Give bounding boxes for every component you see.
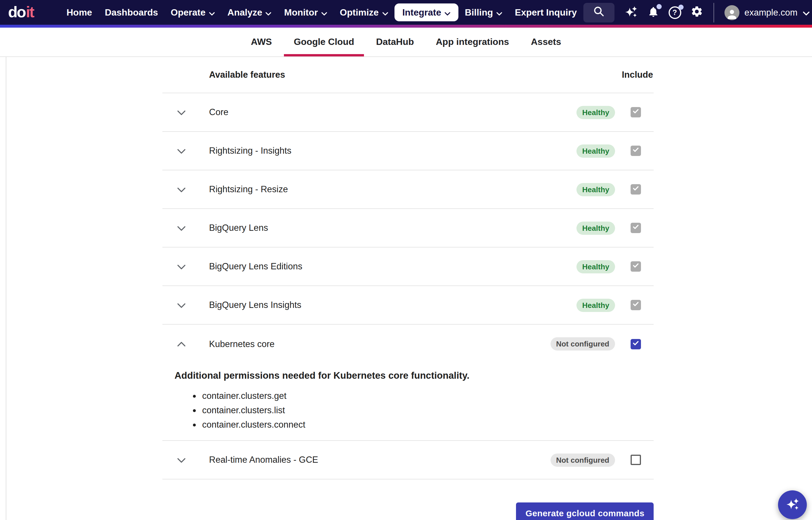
logo-text-it: it xyxy=(26,5,34,20)
permissions-list: container.clusters.get container.cluster… xyxy=(175,390,654,431)
nav-item-label: Optimize xyxy=(340,7,379,18)
collapse-button[interactable] xyxy=(175,337,188,351)
tab-assets[interactable]: Assets xyxy=(521,28,571,56)
chevron-down-icon xyxy=(177,108,185,116)
generate-gcloud-commands-button[interactable]: Generate gcloud commands xyxy=(516,502,654,520)
include-checkbox[interactable] xyxy=(631,261,641,272)
chevron-down-icon xyxy=(177,147,185,155)
expand-button[interactable] xyxy=(175,453,188,467)
feature-row-bigquery-lens-insights: BigQuery Lens Insights Healthy xyxy=(162,286,654,324)
settings-button[interactable] xyxy=(690,5,703,20)
nav-item-label: Integrate xyxy=(402,7,441,18)
feature-row-bigquery-lens: BigQuery Lens Healthy xyxy=(162,209,654,248)
integrations-tabbar: AWS Google Cloud DataHub App integration… xyxy=(0,28,812,57)
check-icon xyxy=(632,223,640,233)
check-icon xyxy=(632,107,640,118)
nav-item-dashboards[interactable]: Dashboards xyxy=(99,3,164,21)
gear-icon xyxy=(690,5,703,20)
tab-app-integrations[interactable]: App integrations xyxy=(426,28,519,56)
permission-item: container.clusters.list xyxy=(202,404,654,417)
expand-button[interactable] xyxy=(175,182,188,196)
status-badge: Healthy xyxy=(577,183,615,196)
feature-name: BigQuery Lens xyxy=(209,223,268,233)
include-checkbox[interactable] xyxy=(631,184,641,194)
nav-item-monitor[interactable]: Monitor xyxy=(278,3,333,21)
notifications-button[interactable] xyxy=(647,5,659,19)
nav-item-label: Home xyxy=(67,7,92,18)
expand-button[interactable] xyxy=(175,105,188,119)
chevron-down-icon xyxy=(209,7,215,18)
chevron-down-icon xyxy=(177,224,185,232)
primary-nav: Home Dashboards Operate Analyze Monitor … xyxy=(60,0,583,25)
nav-item-operate[interactable]: Operate xyxy=(164,3,221,21)
account-domain: example.com xyxy=(744,7,797,18)
include-checkbox[interactable] xyxy=(631,146,641,156)
chevron-up-icon xyxy=(177,340,185,348)
feature-row-realtime-anomalies-gce: Real-time Anomalies - GCE Not configured xyxy=(162,441,654,479)
features-table: Available features Include Core Healthy … xyxy=(162,57,654,520)
feature-row-core: Core Healthy xyxy=(162,93,654,132)
table-header: Available features Include xyxy=(162,57,654,93)
account-menu[interactable]: example.com xyxy=(724,5,809,20)
search-button[interactable] xyxy=(583,3,614,22)
feature-row-kubernetes-core: Kubernetes core Not configured xyxy=(162,324,654,363)
nav-item-label: Expert Inquiry xyxy=(515,7,577,18)
table-actions: Generate gcloud commands xyxy=(162,502,654,520)
nav-item-optimize[interactable]: Optimize xyxy=(333,3,394,21)
status-badge: Healthy xyxy=(577,221,615,235)
chevron-down-icon xyxy=(177,301,185,309)
chevron-down-icon xyxy=(177,185,185,194)
doit-logo[interactable]: doit xyxy=(8,5,34,20)
nav-item-label: Analyze xyxy=(227,7,262,18)
brand-gradient-bar xyxy=(0,25,812,28)
expand-button[interactable] xyxy=(175,298,188,312)
feature-name: Rightsizing - Insights xyxy=(209,146,291,156)
expand-button[interactable] xyxy=(175,221,188,235)
chevron-down-icon xyxy=(321,7,327,18)
chevron-down-icon xyxy=(445,7,450,18)
nav-item-integrate[interactable]: Integrate xyxy=(394,3,458,21)
nav-item-analyze[interactable]: Analyze xyxy=(221,3,278,21)
tab-aws[interactable]: AWS xyxy=(241,28,282,56)
tab-google-cloud[interactable]: Google Cloud xyxy=(284,28,364,56)
chevron-down-icon xyxy=(266,7,272,18)
status-badge: Healthy xyxy=(577,144,615,157)
top-navbar: doit Home Dashboards Operate Analyze Mon… xyxy=(0,0,812,25)
sparkles-icon xyxy=(785,496,800,513)
feature-name: Kubernetes core xyxy=(209,339,275,349)
ai-assistant-button[interactable] xyxy=(624,4,638,21)
expand-button[interactable] xyxy=(175,260,188,274)
chevron-down-icon xyxy=(497,7,502,18)
navbar-utilities: ? example.com xyxy=(583,3,809,22)
help-button[interactable]: ? xyxy=(668,6,681,19)
chevron-down-icon xyxy=(803,7,810,18)
include-header: Include xyxy=(622,70,653,80)
feature-row-rightsizing-insights: Rightsizing - Insights Healthy xyxy=(162,132,654,171)
panel-divider-line xyxy=(6,57,6,520)
nav-item-expert-inquiry[interactable]: Expert Inquiry xyxy=(508,3,583,21)
permission-item: container.clusters.connect xyxy=(202,418,654,431)
include-checkbox[interactable] xyxy=(631,339,641,349)
tab-datahub[interactable]: DataHub xyxy=(366,28,424,56)
status-badge: Healthy xyxy=(577,106,615,119)
status-badge: Healthy xyxy=(577,298,615,312)
include-checkbox[interactable] xyxy=(631,107,641,118)
expand-button[interactable] xyxy=(175,144,188,158)
chevron-down-icon xyxy=(382,7,388,18)
search-icon xyxy=(592,5,605,20)
notification-dot xyxy=(678,4,683,9)
check-icon xyxy=(632,146,640,156)
sparkles-icon xyxy=(624,4,638,21)
include-checkbox[interactable] xyxy=(631,455,641,465)
include-checkbox[interactable] xyxy=(631,223,641,233)
nav-item-home[interactable]: Home xyxy=(60,3,99,21)
feature-name: BigQuery Lens Insights xyxy=(209,300,302,310)
nav-item-billing[interactable]: Billing xyxy=(458,3,508,21)
feature-name: Core xyxy=(209,107,228,118)
nav-item-label: Monitor xyxy=(284,7,318,18)
include-checkbox[interactable] xyxy=(631,300,641,310)
avatar xyxy=(724,5,739,20)
check-icon xyxy=(632,184,640,194)
ai-assistant-fab[interactable] xyxy=(778,490,807,519)
nav-item-label: Billing xyxy=(465,7,493,18)
